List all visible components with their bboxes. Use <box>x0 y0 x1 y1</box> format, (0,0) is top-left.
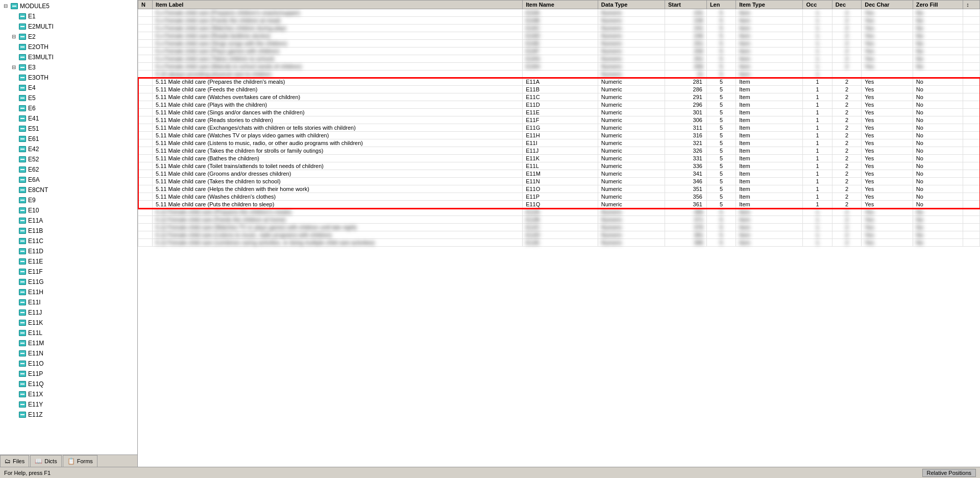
table-row[interactable]: 5.11 Male child care (Washes children's … <box>138 193 980 201</box>
table-row[interactable]: 5.10 always providing physical care to c… <box>138 70 980 78</box>
sidebar-item-e11a[interactable]: E11A <box>1 216 136 226</box>
sidebar-item-e11g[interactable]: E11G <box>1 277 136 287</box>
table-row[interactable]: 5.11 Male child care (Puts the children … <box>138 201 980 208</box>
table-row[interactable]: 5.12 Female child care (combines caring … <box>138 239 980 247</box>
sidebar-item-e11o[interactable]: E11O <box>1 358 136 369</box>
sidebar-item-e11e[interactable]: E11E <box>1 256 136 267</box>
sidebar-tree[interactable]: ⊟MODULE5E1E2MULTI⊟E2E2OTHE3MULTI⊟E3E3OTH… <box>0 0 137 455</box>
table-row[interactable]: 5.11 Male child care (Exchanges/chats wi… <box>138 124 980 132</box>
sidebar-item-e11h[interactable]: E11H <box>1 287 136 297</box>
sidebar-item-e61[interactable]: E61 <box>1 134 136 144</box>
sidebar-item-e11c[interactable]: E11C <box>1 236 136 246</box>
table-row[interactable]: 5.11 Male child care (Bathes the childre… <box>138 155 980 162</box>
sidebar-item-e3[interactable]: ⊟E3 <box>1 62 136 73</box>
table-row[interactable]: 5.11 Male child care (Takes the children… <box>138 147 980 155</box>
expand-icon[interactable]: ⊟ <box>10 33 17 40</box>
sidebar-item-e2multi[interactable]: E2MULTI <box>1 21 136 32</box>
sidebar-item-e42[interactable]: E42 <box>1 144 136 154</box>
sidebar-item-e3multi[interactable]: E3MULTI <box>1 52 136 62</box>
sidebar-item-e11x[interactable]: E11X <box>1 389 136 399</box>
cell-name: E11F <box>523 116 598 124</box>
cell-dtype: Numeric <box>598 109 665 116</box>
cell-start: 236 <box>665 17 706 25</box>
table-row[interactable]: 5.x Female child care (Watches children … <box>138 25 980 32</box>
tab-forms[interactable]: 📋 Forms <box>63 455 97 467</box>
table-row[interactable]: 5.11 Male child care (Plays with the chi… <box>138 101 980 109</box>
expand-placeholder <box>10 135 17 142</box>
cell-len: 5 <box>706 70 736 78</box>
sidebar-item-e11i[interactable]: E11I <box>1 297 136 307</box>
cell-zerofill: No <box>913 147 963 155</box>
table-row[interactable]: 5.11 Male child care (Watches TV or play… <box>138 132 980 139</box>
sidebar-item-e11m[interactable]: E11M <box>1 338 136 348</box>
cell-dec: 2 <box>832 155 861 162</box>
expand-icon[interactable]: ⊟ <box>2 3 9 10</box>
sidebar-item-module5[interactable]: ⊟MODULE5 <box>1 1 136 11</box>
expand-icon[interactable]: ⊟ <box>10 64 17 71</box>
sidebar-item-e11j[interactable]: E11J <box>1 307 136 318</box>
sidebar-item-e11y[interactable]: E11Y <box>1 399 136 410</box>
cell-label: 5.11 Male child care (Reads stories to c… <box>153 116 523 124</box>
sidebar-item-e11d[interactable]: E11D <box>1 246 136 256</box>
table-row[interactable]: 5.11 Male child care (Helps the children… <box>138 185 980 193</box>
table-row[interactable]: 5.x Female child care (Reads bedtime sto… <box>138 32 980 40</box>
table-row[interactable]: 5.x Female child care (Sings songs with … <box>138 40 980 47</box>
tab-dicts-label: Dicts <box>44 458 57 464</box>
table-row[interactable]: 5.11 Male child care (Grooms and/or dres… <box>138 170 980 178</box>
sidebar-item-e11f[interactable]: E11F <box>1 267 136 277</box>
sidebar-item-e6a[interactable]: E6A <box>1 175 136 185</box>
table-row[interactable]: 5.x Female child care (Plays games with … <box>138 47 980 55</box>
cell-zerofill: No <box>913 25 963 32</box>
table-row[interactable]: 5.12 Female child care (Prepares the chi… <box>138 208 980 216</box>
sidebar-item-e9[interactable]: E9 <box>1 195 136 205</box>
sidebar-item-e8cnt[interactable]: E8CNT <box>1 185 136 195</box>
sidebar-item-e51[interactable]: E51 <box>1 124 136 134</box>
sidebar-item-e6[interactable]: E6 <box>1 103 136 113</box>
table-row[interactable]: 5.11 Male child care (Prepares the child… <box>138 78 980 86</box>
cell-itype: Item <box>736 208 803 216</box>
table-row[interactable]: 5.x Female child care (Attends to school… <box>138 63 980 70</box>
sidebar-item-e2[interactable]: ⊟E2 <box>1 32 136 42</box>
table-row[interactable]: 5.12 Female child care (Watches TV or pl… <box>138 224 980 231</box>
tab-dicts[interactable]: 📖 Dicts <box>30 455 61 467</box>
sidebar-item-e2oth[interactable]: E2OTH <box>1 42 136 52</box>
sidebar-item-e10[interactable]: E10 <box>1 205 136 216</box>
sidebar-item-e11n[interactable]: E11N <box>1 348 136 358</box>
cell-extra <box>963 32 980 40</box>
col-header-start: Start <box>665 1 706 9</box>
table-row[interactable]: 5.12 Female child care (Feeds the childr… <box>138 216 980 224</box>
sidebar-item-e11l[interactable]: E11L <box>1 328 136 338</box>
table-row[interactable]: 5.x Female child care (Feeds the childre… <box>138 17 980 25</box>
table-row[interactable]: 5.11 Male child care (Sings and/or dance… <box>138 109 980 116</box>
table-row[interactable]: 5.11 Male child care (Toilet trains/atte… <box>138 162 980 170</box>
cell-len: 5 <box>706 162 736 170</box>
sidebar-item-e1[interactable]: E1 <box>1 11 136 21</box>
sidebar-item-e4[interactable]: E4 <box>1 83 136 93</box>
sidebar-item-e41[interactable]: E41 <box>1 113 136 124</box>
table-row[interactable]: 5.12 Female child care (Listens to music… <box>138 231 980 239</box>
sidebar-item-e11p[interactable]: E11P <box>1 369 136 379</box>
node-icon <box>18 349 27 357</box>
cell-occ: 1 <box>803 116 832 124</box>
table-row[interactable]: 5.x Female child care (Prepares children… <box>138 9 980 17</box>
tab-files[interactable]: 🗂 Files <box>0 455 29 467</box>
table-row[interactable]: 5.11 Male child care (Listens to music, … <box>138 139 980 147</box>
sidebar-item-e62[interactable]: E62 <box>1 164 136 175</box>
table-row[interactable]: 5.x Female child care (Takes children to… <box>138 55 980 63</box>
tree-item-label: E11C <box>28 236 43 246</box>
data-table-container[interactable]: N Item Label Item Name Data Type Start L… <box>138 0 980 467</box>
cell-itype: Item <box>736 78 803 86</box>
sidebar-item-e52[interactable]: E52 <box>1 154 136 164</box>
table-row[interactable]: 5.11 Male child care (Takes the children… <box>138 178 980 185</box>
sidebar-item-e3oth[interactable]: E3OTH <box>1 73 136 83</box>
sidebar-item-e11z[interactable]: E11Z <box>1 410 136 420</box>
sidebar-item-e11k[interactable]: E11K <box>1 318 136 328</box>
cell-zerofill: No <box>913 55 963 63</box>
sidebar-item-e11b[interactable]: E11B <box>1 226 136 236</box>
cell-zerofill: No <box>913 231 963 239</box>
sidebar-item-e5[interactable]: E5 <box>1 93 136 103</box>
table-row[interactable]: 5.11 Male child care (Feeds the children… <box>138 86 980 93</box>
table-row[interactable]: 5.11 Male child care (Watches over/takes… <box>138 93 980 101</box>
sidebar-item-e11q[interactable]: E11Q <box>1 379 136 389</box>
table-row[interactable]: 5.11 Male child care (Reads stories to c… <box>138 116 980 124</box>
